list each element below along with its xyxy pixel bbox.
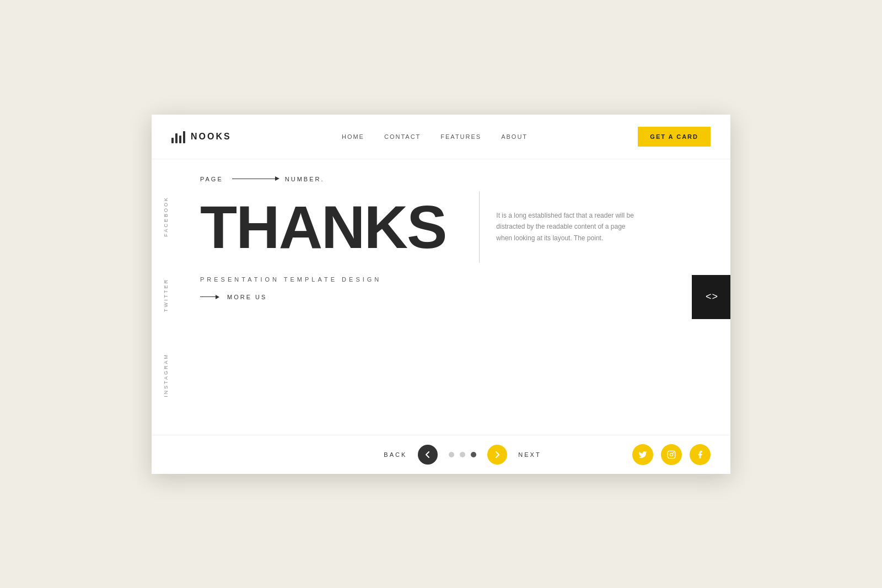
sidebar-facebook[interactable]: FACEBOOK bbox=[163, 196, 169, 237]
logo-bar-4 bbox=[183, 131, 185, 143]
logo-bar-2 bbox=[175, 133, 178, 143]
subtitle-text: PRESENTATION TEMPLATE DESIGN bbox=[200, 276, 703, 283]
arrow-bar bbox=[200, 296, 216, 297]
logo-icon bbox=[171, 130, 185, 143]
get-card-button[interactable]: GET A CARD bbox=[638, 127, 711, 147]
chevrons-icon: < > bbox=[706, 291, 717, 303]
facebook-svg bbox=[696, 450, 704, 459]
more-us-link[interactable]: MORE US bbox=[200, 294, 703, 300]
vertical-divider bbox=[479, 191, 480, 263]
next-label: NEXT bbox=[518, 451, 541, 458]
nav-contact[interactable]: CONTACT bbox=[384, 133, 421, 140]
back-button[interactable] bbox=[418, 445, 438, 465]
back-label: BACK bbox=[384, 451, 407, 458]
right-nav-block[interactable]: < > bbox=[692, 275, 730, 319]
twitter-svg bbox=[638, 450, 647, 459]
dot-1[interactable] bbox=[449, 452, 454, 457]
page-dots bbox=[449, 452, 476, 457]
back-arrow-icon bbox=[424, 451, 432, 458]
nav-about[interactable]: ABOUT bbox=[501, 133, 528, 140]
arrow-line bbox=[200, 295, 219, 299]
footer-nav: BACK NEXT bbox=[384, 445, 541, 465]
logo-bar-3 bbox=[179, 136, 181, 143]
browser-window: NOOKS HOME CONTACT FEATURES ABOUT GET A … bbox=[152, 115, 730, 474]
sidebar-twitter[interactable]: TWITTER bbox=[163, 278, 169, 312]
page-label-text: PAGE bbox=[200, 176, 223, 182]
svg-rect-0 bbox=[668, 451, 675, 458]
instagram-icon[interactable] bbox=[661, 444, 682, 465]
header: NOOKS HOME CONTACT FEATURES ABOUT GET A … bbox=[152, 115, 730, 159]
nav-home[interactable]: HOME bbox=[342, 133, 364, 140]
logo-area: NOOKS bbox=[171, 130, 232, 143]
dot-2[interactable] bbox=[460, 452, 465, 457]
svg-point-1 bbox=[670, 453, 673, 456]
facebook-icon[interactable] bbox=[690, 444, 711, 465]
footer: BACK NEXT bbox=[152, 435, 730, 474]
sidebar-instagram[interactable]: INSTAGRAM bbox=[163, 353, 169, 397]
more-us-text: MORE US bbox=[227, 294, 267, 300]
nav-features[interactable]: FEATURES bbox=[440, 133, 481, 140]
left-sidebar: FACEBOOK TWITTER INSTAGRAM bbox=[152, 159, 180, 435]
twitter-icon[interactable] bbox=[632, 444, 653, 465]
main-heading: THANKS bbox=[200, 197, 446, 257]
page-label-number: NUMBER. bbox=[285, 176, 325, 182]
page-label-row: PAGE NUMBER. bbox=[200, 176, 703, 182]
main-heading-row: THANKS It is a long established fact tha… bbox=[200, 191, 703, 263]
content-area: PAGE NUMBER. THANKS It is a long establi… bbox=[180, 159, 730, 435]
next-arrow-icon bbox=[493, 451, 501, 458]
next-button[interactable] bbox=[487, 445, 507, 465]
logo-text: NOOKS bbox=[191, 132, 232, 142]
arrow-head bbox=[216, 295, 219, 299]
svg-point-2 bbox=[673, 452, 674, 452]
instagram-svg bbox=[667, 450, 676, 459]
dot-3[interactable] bbox=[471, 452, 476, 457]
logo-bar-1 bbox=[171, 138, 174, 143]
side-description: It is a long established fact that a rea… bbox=[496, 210, 639, 244]
social-icons bbox=[632, 444, 711, 465]
page-label-line bbox=[232, 179, 276, 179]
main-nav: HOME CONTACT FEATURES ABOUT bbox=[342, 133, 528, 140]
main-content: FACEBOOK TWITTER INSTAGRAM PAGE NUMBER. … bbox=[152, 159, 730, 435]
